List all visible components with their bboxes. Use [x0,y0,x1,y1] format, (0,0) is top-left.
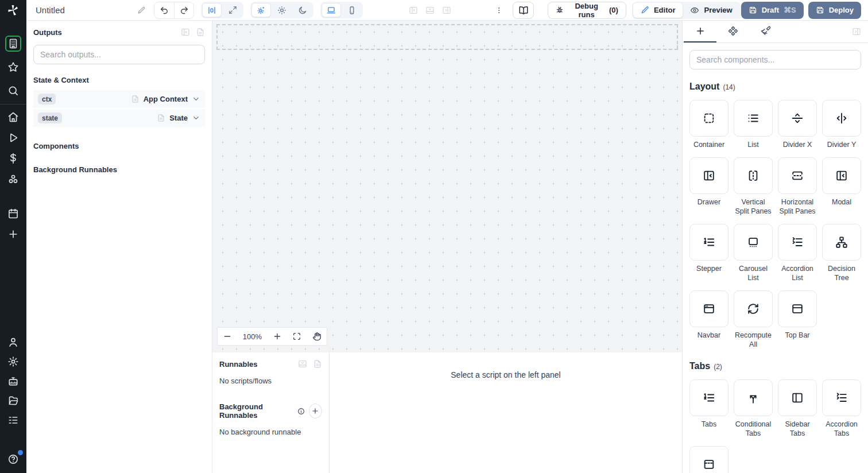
component-decision-tree[interactable]: Decision Tree [822,224,861,282]
rename-app-icon[interactable] [137,6,145,15]
fit-view-icon[interactable] [292,332,301,341]
windmill-app-editor: Untitled Debug runs (0) [0,0,868,473]
component-navbar[interactable]: Navbar [689,290,728,349]
docs-button[interactable] [513,2,534,19]
component-container[interactable]: Container [689,100,728,149]
component-divider-x[interactable]: Divider X [778,100,817,149]
component-label: Top Bar [785,331,809,340]
output-type-label: App Context [144,95,188,103]
pan-tool-icon[interactable] [312,332,321,341]
component-divider-y[interactable]: Divider Y [822,100,861,149]
decision-tree-icon [835,236,848,249]
toggle-left-panel-icon[interactable] [409,6,418,15]
main-sidebar [0,0,26,473]
add-background-runnable-button[interactable] [309,404,322,418]
theme-light-toggle[interactable] [272,3,292,17]
toggle-bottom-panel-icon[interactable] [425,6,435,15]
mobile-view-toggle[interactable] [342,3,362,17]
components-panel-tabs [683,21,868,43]
full-width-toggle[interactable] [223,3,242,17]
chevron-down-icon[interactable] [192,95,200,103]
search-outputs-input[interactable] [33,45,205,64]
info-icon[interactable] [297,407,305,416]
deploy-button[interactable]: Deploy [808,2,861,19]
topbar: Untitled Debug runs (0) [26,0,868,21]
theme-auto-toggle[interactable] [251,3,271,17]
component-label: Tabs [702,420,716,429]
component-accordion[interactable]: Accordion List [778,224,817,282]
component-modal[interactable]: Modal [822,157,861,216]
component-card [689,157,728,194]
component-invisible-tabs[interactable] [689,446,728,473]
canvas-dropzone[interactable] [216,24,678,50]
sidebar-item-runs[interactable] [5,130,21,146]
tab-component-tree[interactable] [716,21,749,42]
collapse-right-panel-icon[interactable] [852,27,861,36]
sidebar-item-create[interactable] [5,226,21,242]
runnables-title: Runnables [219,360,257,369]
preview-tab[interactable]: Preview [683,3,739,18]
debug-runs-button[interactable]: Debug runs (0) [548,2,626,19]
tab-insert-component[interactable] [684,21,716,42]
sidebar-item-folders[interactable] [5,393,21,409]
laptop-icon [327,6,336,15]
app-title[interactable]: Untitled [36,5,137,15]
output-type-label: State [169,114,188,122]
sidebar-item-favorites[interactable] [5,59,21,75]
component-sidebar-tabs[interactable]: Sidebar Tabs [778,379,817,438]
component-carousel[interactable]: Carousel List [734,224,773,282]
sidebar-item-help[interactable] [5,451,21,467]
sidebar-item-logs[interactable] [5,412,21,428]
component-drawer[interactable]: Drawer [689,157,728,216]
redo-button[interactable] [174,2,193,18]
tab-styling[interactable] [749,21,782,42]
outputs-doc-icon[interactable] [196,28,205,37]
sidebar-item-schedules[interactable] [5,206,21,222]
centered-canvas-toggle[interactable] [202,3,222,17]
undo-button[interactable] [154,2,174,18]
accordion-icon [791,236,804,249]
sidebar-item-account[interactable] [5,334,21,350]
component-label: Modal [832,197,851,207]
undo-icon [160,6,169,15]
toggle-right-panel-icon[interactable] [442,6,451,15]
component-stepper[interactable]: Stepper [689,224,728,282]
component-card [822,157,861,194]
desktop-view-toggle[interactable] [321,3,341,17]
output-row-ctx[interactable]: ctxApp Context [33,90,205,108]
component-recompute[interactable]: Recompute All [734,290,773,349]
component-accordion-tabs[interactable]: Accordion Tabs [822,379,861,438]
app-canvas[interactable]: 100% [212,21,682,352]
save-icon [816,6,824,14]
sidebar-item-search[interactable] [5,83,21,99]
panel-toggles [409,6,451,15]
component-tabs[interactable]: Tabs [689,379,728,438]
sidebar-item-settings[interactable] [5,354,21,370]
zoom-in-icon[interactable] [273,332,282,341]
windmill-logo[interactable] [0,0,26,21]
draft-button[interactable]: Draft ⌘S [741,2,804,19]
component-list[interactable]: List [734,100,773,149]
theme-dark-toggle[interactable] [293,3,312,17]
editor-tab[interactable]: Editor [633,3,683,18]
state-context-heading: State & Context [33,76,205,84]
collapse-runnables-icon[interactable] [298,359,307,369]
sidebar-item-home[interactable] [5,109,21,125]
eye-icon [690,6,699,15]
theme-group [250,2,313,18]
search-components-input[interactable] [689,50,861,69]
sidebar-item-resources[interactable] [5,171,21,187]
chevron-down-icon[interactable] [192,114,200,122]
runnables-doc-icon[interactable] [313,359,322,369]
component-conditional-tabs[interactable]: Conditional Tabs [734,379,773,438]
sidebar-item-workers[interactable] [5,373,21,389]
zoom-out-icon[interactable] [223,332,232,341]
component-vertical-split[interactable]: Vertical Split Panes [734,157,773,216]
sidebar-item-variables[interactable] [5,150,21,166]
more-menu-icon[interactable] [495,6,503,15]
collapse-outputs-icon[interactable] [181,28,190,37]
sidebar-item-apps[interactable] [5,36,21,52]
component-horizontal-split[interactable]: Horizontal Split Panes [778,157,817,216]
component-top-bar[interactable]: Top Bar [778,290,817,349]
output-row-state[interactable]: stateState [33,109,205,127]
